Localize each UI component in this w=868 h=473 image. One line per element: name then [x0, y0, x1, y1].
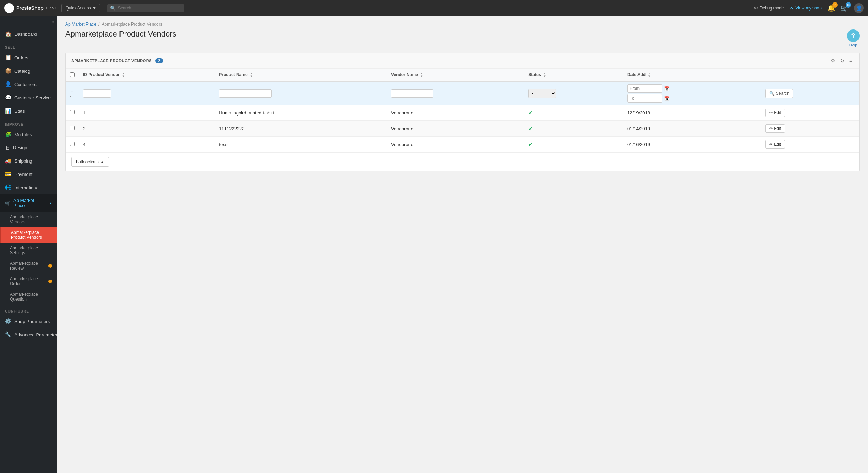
sidebar-item-catalog[interactable]: 📦 Catalog — [0, 64, 57, 78]
filter-vendor-input[interactable] — [391, 89, 433, 98]
sidebar-item-stats[interactable]: 📊 Stats — [0, 104, 57, 118]
customers-icon: 👤 — [5, 81, 12, 87]
app-name: PrestaShop — [16, 5, 44, 11]
row-status: ✔ — [524, 137, 623, 152]
table-row: 4 tesst Vendorone ✔ 01/16/2019 ✏ Edit — [66, 137, 859, 152]
sidebar-item-dashboard[interactable]: 🏠 Dashboard — [0, 27, 57, 41]
sidebar-item-design[interactable]: 🖥 Design — [0, 141, 57, 154]
help-label: Help — [849, 43, 857, 47]
sidebar-item-apmarketplace-review[interactable]: Apmarketplace Review — [0, 258, 57, 274]
sidebar-section-configure: CONFIGURE — [0, 304, 57, 315]
filter-search-col: 🔍 Search — [761, 82, 859, 105]
cart-button[interactable]: 🛒 16 — [841, 4, 848, 12]
sidebar-item-customers[interactable]: 👤 Customers — [0, 78, 57, 91]
sub-item-label: Apmarketplace Order — [10, 276, 46, 286]
sidebar-item-international[interactable]: 🌐 International — [0, 181, 57, 194]
filter-checkbox-col: -- — [66, 82, 79, 105]
filter-date-from-input[interactable] — [627, 84, 662, 93]
filter-search-button[interactable]: 🔍 Search — [765, 89, 793, 98]
filter-status-select[interactable]: - — [528, 89, 556, 98]
app-version: 1.7.5.0 — [46, 6, 58, 10]
sidebar-item-payment[interactable]: 💳 Payment — [0, 167, 57, 181]
sidebar-item-label: Shop Parameters — [14, 319, 50, 324]
sidebar-item-apmarketplace-settings[interactable]: Apmarketplace Settings — [0, 243, 57, 258]
filter-date-group: 📅 📅 — [627, 84, 757, 103]
row-checkbox-2[interactable] — [70, 142, 75, 146]
quick-access-button[interactable]: Quick Access ▼ — [61, 4, 100, 12]
sidebar-item-apmarketplace-product-vendors[interactable]: Apmarketplace Product Vendors — [0, 227, 57, 243]
filter-row: -- - — [66, 82, 859, 105]
orders-icon: 📋 — [5, 54, 12, 61]
bulk-actions-button[interactable]: Bulk actions ▲ — [71, 157, 109, 167]
sidebar-collapse-button[interactable]: « — [0, 16, 57, 27]
sidebar-item-label: Stats — [14, 109, 25, 114]
sort-id-icon: ▲▼ — [122, 72, 125, 78]
sidebar-item-modules[interactable]: 🧩 Modules — [0, 128, 57, 141]
header-actions — [761, 69, 859, 82]
row-status: ✔ — [524, 105, 623, 121]
sort-product-icon: ▲▼ — [250, 72, 253, 78]
row-edit-button-1[interactable]: ✏ Edit — [765, 124, 785, 133]
filter-date-to-input[interactable] — [627, 94, 662, 103]
sub-item-label: Apmarketplace Vendors — [10, 215, 52, 224]
sidebar-item-apmarketplace-vendors[interactable]: Apmarketplace Vendors — [0, 212, 57, 227]
select-all-checkbox[interactable] — [70, 72, 75, 77]
sidebar-item-label: Customer Service — [14, 95, 51, 100]
topbar: 🛍 PrestaShop 1.7.5.0 Quick Access ▼ 🔍 ⚙ … — [0, 0, 868, 16]
search-input[interactable] — [118, 6, 182, 11]
user-avatar[interactable]: 👤 — [854, 3, 864, 13]
calendar-to-icon[interactable]: 📅 — [664, 96, 670, 101]
sidebar-item-advanced-parameters[interactable]: 🔧 Advanced Parameters — [0, 328, 57, 341]
sidebar-item-apmarketplace-question[interactable]: Apmarketplace Question — [0, 289, 57, 304]
caret-up-icon: ▲ — [100, 159, 104, 164]
row-edit-button-0[interactable]: ✏ Edit — [765, 109, 785, 117]
row-vendor-name: Vendorone — [387, 121, 524, 137]
columns-icon-btn[interactable]: ≡ — [848, 57, 854, 64]
row-status: ✔ — [524, 121, 623, 137]
sidebar-item-label: Orders — [14, 55, 28, 60]
product-vendors-card: APMARKETPLACE PRODUCT VENDORS 3 ⚙ ↻ ≡ ID — [65, 53, 860, 171]
row-vendor-name: Vendorone — [387, 105, 524, 121]
row-checkbox-1[interactable] — [70, 126, 75, 130]
sidebar-item-apmarketplace-order[interactable]: Apmarketplace Order — [0, 274, 57, 289]
filter-product-col — [215, 82, 387, 105]
row-date-add: 01/14/2019 — [623, 121, 761, 137]
header-vendor-name[interactable]: Vendor Name ▲▼ — [387, 69, 524, 82]
table-row: 2 1111222222 Vendorone ✔ 01/14/2019 ✏ Ed… — [66, 121, 859, 137]
header-status[interactable]: Status ▲▼ — [524, 69, 623, 82]
row-id: 1 — [79, 105, 215, 121]
header-date-add[interactable]: Date Add ▲▼ — [623, 69, 761, 82]
settings-icon-btn[interactable]: ⚙ — [829, 57, 837, 64]
calendar-from-icon[interactable]: 📅 — [664, 86, 670, 91]
row-edit-button-2[interactable]: ✏ Edit — [765, 140, 785, 149]
table-body: 1 Hummingbird printed t-shirt Vendorone … — [66, 105, 859, 152]
notifications-button[interactable]: 🔔 11 — [827, 4, 835, 12]
sidebar-item-orders[interactable]: 📋 Orders — [0, 51, 57, 64]
review-badge — [48, 264, 52, 268]
row-edit-col: ✏ Edit — [761, 137, 859, 152]
card-header: APMARKETPLACE PRODUCT VENDORS 3 ⚙ ↻ ≡ — [66, 53, 859, 69]
breadcrumb-link-marketplace[interactable]: Ap Market Place — [65, 22, 96, 27]
header-id[interactable]: ID Product Vendor ▲▼ — [79, 69, 215, 82]
refresh-icon-btn[interactable]: ↻ — [839, 57, 846, 64]
header-product-name[interactable]: Product Name ▲▼ — [215, 69, 387, 82]
customer-service-icon: 💬 — [5, 94, 12, 101]
chevron-up-icon: ▲ — [48, 201, 52, 205]
sidebar-item-ap-marketplace[interactable]: 🛒 Ap Market Place ▲ — [0, 194, 57, 212]
sidebar-item-shop-parameters[interactable]: ⚙️ Shop Parameters — [0, 315, 57, 328]
filter-id-col — [79, 82, 215, 105]
sidebar-item-customer-service[interactable]: 💬 Customer Service — [0, 91, 57, 104]
logo-icon: 🛍 — [4, 3, 14, 13]
debug-mode-button[interactable]: ⚙ Debug mode — [754, 6, 784, 11]
help-circle-icon: ? — [847, 29, 860, 42]
table-row: 1 Hummingbird printed t-shirt Vendorone … — [66, 105, 859, 121]
notifications-badge: 11 — [832, 2, 838, 8]
filter-product-input[interactable] — [219, 89, 272, 98]
marketplace-icon: 🛒 — [5, 201, 11, 206]
help-button[interactable]: ? Help — [847, 29, 860, 47]
sidebar-item-shipping[interactable]: 🚚 Shipping — [0, 154, 57, 167]
sub-item-label: Apmarketplace Product Vendors — [11, 230, 52, 240]
view-shop-button[interactable]: 👁 View my shop — [790, 6, 822, 11]
filter-id-input[interactable] — [83, 89, 111, 98]
row-checkbox-0[interactable] — [70, 110, 75, 114]
